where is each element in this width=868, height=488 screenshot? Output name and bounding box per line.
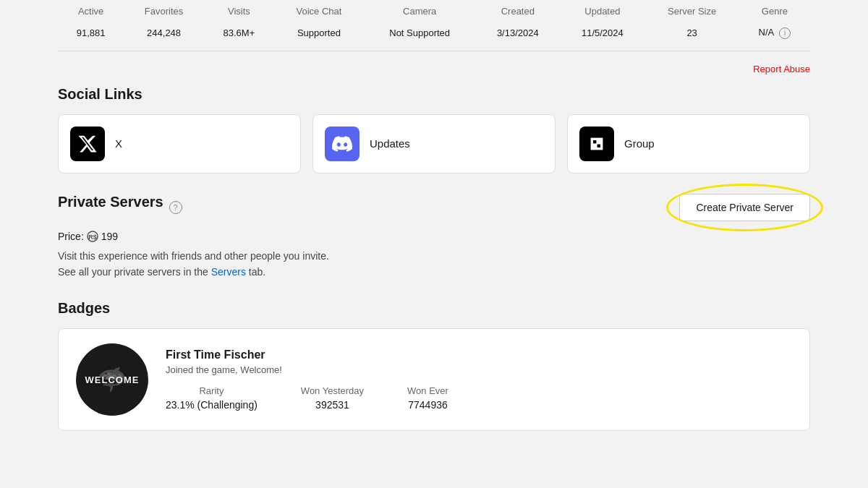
badge-description: Joined the game, Welcome!	[166, 364, 792, 375]
social-link-discord[interactable]: Updates	[312, 114, 556, 174]
stats-table: Active Favorites Visits Voice Chat Camer…	[58, 0, 810, 43]
servers-tab-link[interactable]: Servers	[211, 266, 246, 278]
private-servers-title: Private Servers	[58, 194, 163, 210]
badge-rarity: Rarity 23.1% (Challenging)	[166, 385, 258, 411]
stats-header-favorites: Favorites	[124, 0, 204, 22]
stats-server-size: 23	[644, 22, 739, 43]
private-servers-title-row: Private Servers ?	[58, 194, 182, 222]
stats-header-updated: Updated	[560, 0, 644, 22]
genre-info-icon[interactable]: i	[779, 27, 791, 39]
stats-header-voice-chat: Voice Chat	[274, 0, 364, 22]
report-abuse-link[interactable]: Report Abuse	[753, 64, 810, 74]
create-server-wrapper: Create Private Server	[679, 194, 810, 221]
rarity-label: Rarity	[199, 385, 224, 396]
badge-won-ever: Won Ever 7744936	[407, 385, 448, 411]
price-value: 199	[101, 231, 118, 242]
badge-name: First Time Fischer	[166, 348, 792, 361]
private-servers-help-icon[interactable]: ?	[169, 201, 182, 214]
stats-header-visits: Visits	[204, 0, 274, 22]
badge-welcome-text: WELCOME	[85, 374, 140, 385]
stats-updated: 11/5/2024	[560, 22, 644, 43]
stats-header-camera: Camera	[364, 0, 475, 22]
price-row: Price: R$ 199	[58, 231, 810, 242]
svg-rect-1	[593, 140, 596, 142]
stats-header-genre: Genre	[739, 0, 810, 22]
badge-image-inner: 🦈 WELCOME	[76, 343, 148, 416]
badge-card: 🦈 WELCOME First Time Fischer Joined the …	[58, 328, 810, 431]
roblox-group-icon	[579, 127, 614, 161]
stats-favorites: 244,248	[124, 22, 204, 43]
social-links-title: Social Links	[58, 86, 810, 103]
won-yesterday-label: Won Yesterday	[301, 385, 364, 396]
badge-image: 🦈 WELCOME	[76, 343, 148, 416]
discord-icon	[325, 127, 359, 161]
stats-created: 3/13/2024	[475, 22, 560, 43]
stats-visits: 83.6M+	[204, 22, 274, 43]
stats-header-created: Created	[475, 0, 560, 22]
badge-stats: Rarity 23.1% (Challenging) Won Yesterday…	[166, 385, 792, 411]
won-ever-value: 7744936	[408, 399, 448, 411]
divider	[58, 51, 810, 51]
won-ever-label: Won Ever	[407, 385, 448, 396]
private-servers-description: Visit this experience with friends and o…	[58, 248, 810, 281]
price-label: Price:	[58, 231, 84, 242]
stats-genre: N/A i	[739, 22, 810, 43]
won-yesterday-value: 392531	[315, 399, 349, 411]
private-servers-section: Private Servers ? Create Private Server …	[58, 194, 810, 281]
create-private-server-button[interactable]: Create Private Server	[679, 194, 810, 221]
x-icon	[70, 127, 105, 161]
social-link-x[interactable]: X	[58, 114, 301, 174]
report-abuse-row: Report Abuse	[58, 57, 810, 86]
stats-section: Active Favorites Visits Voice Chat Camer…	[58, 0, 810, 51]
x-label: X	[115, 137, 122, 150]
stats-voice-chat: Supported	[274, 22, 364, 43]
svg-rect-2	[597, 144, 600, 147]
page-container: Active Favorites Visits Voice Chat Camer…	[0, 0, 868, 431]
rarity-value: 23.1% (Challenging)	[166, 399, 258, 411]
discord-label: Updates	[370, 137, 410, 150]
social-link-roblox[interactable]: Group	[567, 114, 810, 174]
badges-title: Badges	[58, 300, 810, 317]
social-links-grid: X Updates	[58, 114, 810, 174]
stats-camera: Not Supported	[364, 22, 475, 43]
badges-section: Badges 🦈 WELCOME First Time Fischer Join…	[58, 300, 810, 431]
stats-header-server-size: Server Size	[644, 0, 739, 22]
svg-rect-0	[591, 137, 603, 150]
private-servers-header: Private Servers ? Create Private Server	[58, 194, 810, 222]
robux-icon: R$	[87, 231, 98, 242]
stats-header-active: Active	[58, 0, 124, 22]
badge-info: First Time Fischer Joined the game, Welc…	[166, 348, 792, 411]
stats-active: 91,881	[58, 22, 124, 43]
svg-text:R$: R$	[88, 234, 97, 241]
badge-won-yesterday: Won Yesterday 392531	[301, 385, 364, 411]
social-links-section: Social Links X Updates	[58, 86, 810, 174]
roblox-group-label: Group	[624, 137, 655, 150]
